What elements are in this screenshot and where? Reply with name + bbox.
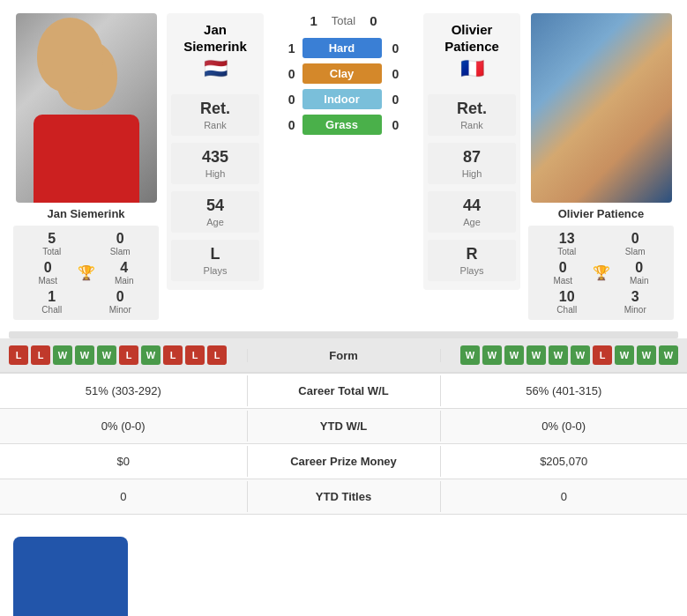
stats-right-value: $205,070 — [441, 446, 688, 477]
left-mast-value: 0 — [44, 260, 52, 276]
clay-button[interactable]: Clay — [302, 63, 382, 84]
right-rank-label: Rank — [460, 120, 483, 130]
left-form-badges: LLWWWLWLLL — [9, 345, 247, 365]
left-info-panel: Jan Siemerink 🇳🇱 Ret. Rank 435 High 54 A… — [167, 13, 264, 290]
form-label: Form — [247, 349, 441, 362]
total-row: 1 Total 0 — [310, 13, 377, 28]
stats-right-value: 0% (0-0) — [441, 411, 688, 442]
form-badge-right: W — [504, 345, 524, 365]
form-badge-right: W — [460, 345, 480, 365]
form-badge-left: W — [97, 345, 116, 365]
surface-row-grass: 0 Grass 0 — [272, 115, 415, 135]
right-age-box: 44 Age — [428, 191, 516, 233]
right-chall-stat: 10 Chall — [535, 289, 599, 315]
left-mast-label: Mast — [38, 276, 57, 286]
hard-right-count: 0 — [392, 41, 406, 56]
form-badge-left: W — [53, 345, 72, 365]
form-badge-right: W — [571, 345, 590, 365]
grass-right-count: 0 — [392, 118, 406, 132]
left-mast-stat: 0 Mast — [20, 260, 76, 286]
right-info-panel: Olivier Patience 🇫🇷 Ret. Rank 87 High 44… — [423, 13, 520, 290]
hard-button[interactable]: Hard — [302, 38, 382, 58]
left-plays-box: L Plays — [171, 240, 259, 281]
indoor-left-count: 0 — [282, 93, 295, 107]
left-name-line1: Jan — [204, 22, 227, 37]
form-badge-left: W — [75, 345, 94, 365]
stats-center-label: YTD Titles — [247, 481, 441, 512]
right-age-label: Age — [463, 217, 481, 227]
left-player-name: Jan Siemerink — [47, 203, 124, 222]
left-high-box: 435 High — [171, 143, 259, 184]
form-badge-right: L — [593, 345, 612, 365]
main-container: Jan Siemerink 5 Total 0 Slam 0 — [0, 0, 687, 515]
form-badge-right: W — [659, 345, 678, 365]
stats-center-label: Career Total W/L — [247, 375, 441, 406]
right-player-photo — [531, 13, 672, 203]
left-main-stat: 4 Main — [97, 260, 153, 286]
form-badge-left: L — [163, 345, 183, 365]
left-slam-label: Slam — [110, 247, 131, 256]
right-total-label: Total — [557, 247, 576, 256]
right-total-value: 13 — [559, 231, 575, 247]
left-chall-stat: 1 Chall — [20, 289, 84, 315]
form-badge-left: L — [31, 345, 50, 365]
form-badge-right: W — [526, 345, 546, 365]
stats-left-value: $0 — [0, 446, 247, 477]
right-slam-value: 0 — [631, 231, 639, 247]
left-main-label: Main — [115, 276, 134, 286]
surface-row-indoor: 0 Indoor 0 — [272, 89, 415, 109]
right-mast-stat: 0 Mast — [535, 260, 591, 286]
left-age-value: 54 — [206, 197, 224, 215]
right-flag: 🇫🇷 — [460, 57, 484, 80]
right-minor-label: Minor — [624, 305, 646, 315]
form-badge-right: W — [549, 345, 568, 365]
right-main-stat: 0 Main — [612, 260, 668, 286]
stats-right-value: 0 — [441, 481, 688, 512]
right-high-value: 87 — [463, 148, 481, 167]
right-plays-value: R — [467, 245, 478, 263]
stats-left-value: 0% (0-0) — [0, 411, 247, 442]
left-flag: 🇳🇱 — [204, 57, 228, 80]
bottom-stats: 51% (303-292)Career Total W/L56% (401-31… — [0, 373, 687, 515]
right-age-value: 44 — [463, 197, 481, 215]
left-minor-label: Minor — [109, 305, 131, 315]
left-rank-box: Ret. Rank — [171, 94, 259, 136]
left-plays-value: L — [211, 245, 220, 263]
stats-right-value: 56% (401-315) — [441, 375, 688, 406]
grass-left-count: 0 — [282, 118, 295, 132]
stats-center-label: YTD W/L — [247, 411, 441, 442]
form-badge-right: W — [482, 345, 502, 365]
left-high-label: High — [205, 168, 226, 179]
left-total-match: 1 — [310, 13, 317, 28]
form-badge-left: L — [119, 345, 138, 365]
right-player-column: Olivier Patience 13 Total 0 Slam 0 — [524, 13, 678, 320]
right-minor-value: 3 — [631, 289, 639, 305]
form-badge-left: L — [9, 345, 28, 365]
trophy-icon-right: 🏆 — [593, 264, 610, 281]
form-badge-left: L — [207, 345, 227, 365]
trophy-icon-left: 🏆 — [78, 264, 95, 281]
left-chall-value: 1 — [48, 289, 56, 305]
grass-button[interactable]: Grass — [302, 115, 382, 135]
indoor-button[interactable]: Indoor — [302, 89, 382, 109]
right-plays-label: Plays — [460, 265, 484, 276]
total-label: Total — [332, 14, 355, 27]
left-age-label: Age — [206, 217, 224, 227]
form-badge-right: W — [637, 345, 656, 365]
left-high-value: 435 — [202, 148, 228, 167]
clay-right-count: 0 — [392, 67, 406, 81]
left-name-line2: Siemerink — [183, 39, 247, 54]
right-high-box: 87 High — [428, 143, 516, 184]
form-badge-left: W — [141, 345, 161, 365]
left-minor-value: 0 — [116, 289, 124, 305]
right-high-label: High — [462, 168, 482, 179]
right-rank-box: Ret. Rank — [428, 94, 516, 136]
stats-center-label: Career Prize Money — [247, 446, 441, 477]
right-slam-stat: 0 Slam — [604, 231, 668, 256]
form-badge-right: W — [615, 345, 634, 365]
left-total-label: Total — [42, 247, 61, 256]
form-badge-left: L — [185, 345, 205, 365]
indoor-right-count: 0 — [392, 93, 406, 107]
stats-left-value: 51% (303-292) — [0, 375, 247, 406]
left-plays-label: Plays — [204, 265, 228, 276]
